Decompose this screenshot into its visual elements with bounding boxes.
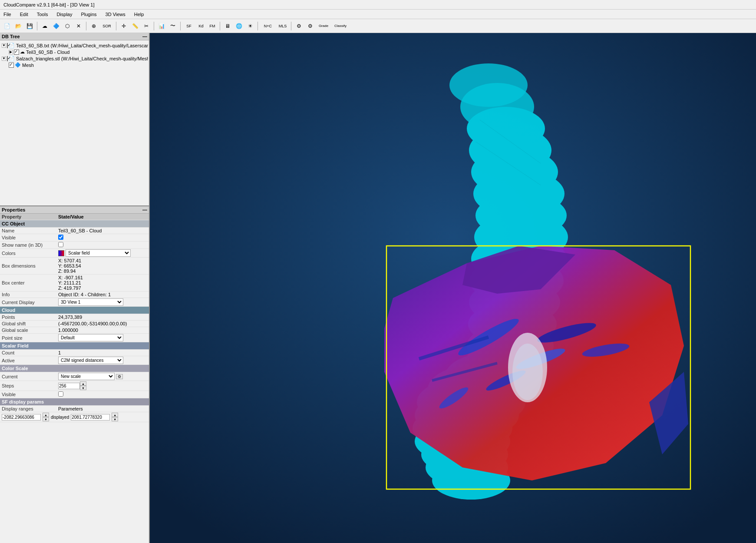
menu-3dviews[interactable]: 3D Views [104, 11, 127, 18]
tb-prim[interactable]: ⬡ [62, 21, 73, 31]
tb-cloud[interactable]: ☁ [40, 21, 50, 31]
scalar-field-icon [58, 250, 64, 256]
cs-visible-checkbox[interactable] [58, 391, 63, 397]
tb-mls[interactable]: MLS [277, 21, 289, 31]
menu-display[interactable]: Display [55, 11, 74, 18]
tb-extra4[interactable]: Classify [332, 21, 349, 31]
menu-help[interactable]: Help [132, 11, 146, 18]
app-title: CloudCompare v2.9.1 [64-bit] - [3D View … [3, 2, 95, 7]
tree-item-mesh[interactable]: 🔷 Mesh [8, 62, 148, 68]
tb-sor[interactable]: SOR [100, 21, 114, 31]
menu-file[interactable]: File [2, 11, 13, 18]
prop-info: Info Object ID: 4 - Children: 1 [0, 291, 149, 298]
menu-tools[interactable]: Tools [35, 11, 50, 18]
properties-collapse-btn[interactable]: — [142, 207, 147, 212]
tree-item-cloud[interactable]: ▶ ☁ Teil3_60_SB - Cloud [8, 49, 148, 55]
tb-save[interactable]: 💾 [24, 21, 35, 31]
tb-open[interactable]: 📂 [13, 21, 23, 31]
tb-new[interactable]: 📄 [2, 21, 12, 31]
tb-extra2[interactable]: ⚙ [305, 21, 315, 31]
db-tree-label: DB Tree [2, 34, 20, 39]
prop-info-value: Object ID: 4 - Children: 1 [56, 291, 149, 298]
tb-pick[interactable]: ✛ [119, 21, 129, 31]
tb-fm[interactable]: FM [207, 21, 218, 31]
menu-edit[interactable]: Edit [18, 11, 30, 18]
point-size-dropdown[interactable]: Default [58, 334, 123, 341]
label-salzach: Salzach_triangles.stl (W:/Hiwi_Laita/Che… [16, 56, 148, 61]
label-mesh: Mesh [22, 63, 34, 68]
prop-active: Active C2M signed distances [0, 356, 149, 365]
prop-name-label: Name [0, 228, 56, 234]
range-to-input[interactable] [71, 414, 110, 420]
tb-kd[interactable]: Kd [196, 21, 206, 31]
tb-wave[interactable]: 〜 [168, 21, 178, 31]
expand-teil3[interactable]: ▼ [2, 43, 6, 48]
svg-point-33 [512, 344, 543, 400]
steps-up-btn[interactable]: ▲ [80, 381, 86, 386]
prop-active-value: C2M signed distances [56, 356, 149, 365]
tb-sep1 [37, 22, 37, 30]
tb-sample[interactable]: ⊕ [89, 21, 99, 31]
prop-global-shift-value: (-4567200.00;-5314900.00;0.00) [56, 321, 149, 327]
color-scale-edit-btn[interactable]: ⚙ [116, 374, 123, 379]
range-from-up-btn[interactable]: ▲ [43, 413, 49, 417]
visible-checkbox[interactable] [58, 235, 63, 240]
prop-point-size: Point size Default [0, 334, 149, 342]
section-sfdp: SF display params [0, 398, 149, 406]
tb-extra3[interactable]: Grade [316, 21, 331, 31]
prop-col-header: Property State/Value [0, 214, 149, 220]
db-tree: DB Tree — ▼ 📄 Teil3_60_SB.txt (W:/Hiwi_L… [0, 33, 149, 206]
prop-count: Count 1 [0, 350, 149, 356]
db-tree-collapse-btn[interactable]: — [142, 34, 147, 39]
expand-cloud[interactable]: ▶ [9, 50, 13, 54]
tree-item-salzach[interactable]: ▼ 📄 Salzach_triangles.stl (W:/Hiwi_Laita… [1, 55, 148, 62]
steps-input[interactable] [58, 383, 80, 389]
viewport[interactable]: ↖ 🔍 ✋ ↺ ＋ － ⊡ ⊕ ⬜ ✂ 📐 ⬡ ▶ ☰ 🎨 3D View 1 [150, 33, 756, 543]
steps-down-btn[interactable]: ▼ [80, 386, 86, 390]
range-to-down-btn[interactable]: ▼ [112, 417, 118, 421]
tb-light[interactable]: ☀ [245, 21, 255, 31]
active-dropdown[interactable]: C2M signed distances [58, 357, 123, 364]
check-salzach[interactable] [7, 56, 8, 61]
check-cloud[interactable] [14, 50, 19, 55]
menu-plugins[interactable]: Plugins [79, 11, 98, 18]
check-teil3[interactable] [7, 43, 8, 48]
prop-point-size-value: Default [56, 334, 149, 342]
tb-sep8 [291, 22, 291, 30]
display-dropdown[interactable]: 3D View 1 [58, 298, 123, 306]
prop-current-scale: Current New scale ⚙ [0, 372, 149, 381]
color-scale-dropdown[interactable]: New scale [58, 373, 115, 380]
tree-item-teil3[interactable]: ▼ 📄 Teil3_60_SB.txt (W:/Hiwi_Laita/Check… [1, 42, 148, 49]
tb-extra1[interactable]: ⚙ [294, 21, 304, 31]
check-mesh[interactable] [9, 63, 14, 68]
tb-dist[interactable]: 📏 [130, 21, 140, 31]
tb-sep3 [116, 22, 116, 30]
tb-cam[interactable]: 🌐 [234, 21, 244, 31]
prop-cs-visible: Visible [0, 391, 149, 398]
prop-current-display-value: 3D View 1 [56, 298, 149, 307]
section-cloud: Cloud [0, 307, 149, 314]
section-cloud-label: Cloud [0, 307, 149, 314]
tb-sect[interactable]: ✂ [141, 21, 152, 31]
section-sf: Scalar Field [0, 342, 149, 350]
prop-name: Name Teil3_60_SB - Cloud [0, 228, 149, 234]
titlebar: CloudCompare v2.9.1 [64-bit] - [3D View … [0, 0, 756, 10]
tb-sf[interactable]: SF [183, 21, 195, 31]
section-cs: Color Scale [0, 365, 149, 372]
properties-header: Properties — [0, 206, 149, 214]
tb-chart[interactable]: 📊 [156, 21, 167, 31]
tb-screen[interactable]: 🖥 [222, 21, 233, 31]
db-tree-content: ▼ 📄 Teil3_60_SB.txt (W:/Hiwi_Laita/Check… [0, 40, 149, 205]
tb-del[interactable]: ✕ [73, 21, 84, 31]
range-from-down-btn[interactable]: ▼ [43, 417, 49, 421]
expand-salzach[interactable]: ▼ [2, 56, 6, 61]
tb-mesh[interactable]: 🔷 [51, 21, 61, 31]
colors-dropdown[interactable]: Scalar field [66, 249, 131, 257]
section-sf-label: Scalar Field [0, 342, 149, 350]
showname-checkbox[interactable] [58, 242, 63, 247]
prop-global-scale-value: 1.000000 [56, 327, 149, 334]
range-from-input[interactable] [2, 414, 41, 420]
tb-nc[interactable]: N+C [260, 21, 276, 31]
section-cc-object: CC Object [0, 220, 149, 228]
range-to-up-btn[interactable]: ▲ [112, 413, 118, 417]
